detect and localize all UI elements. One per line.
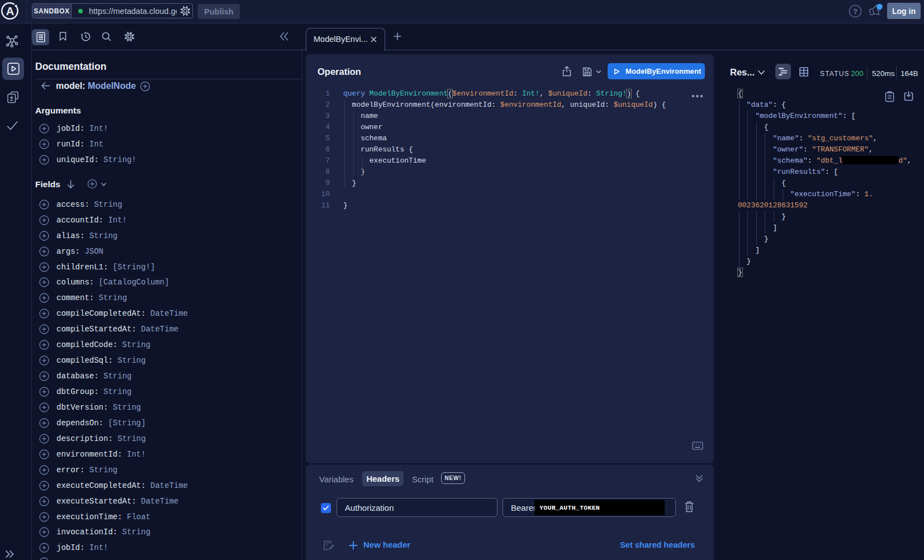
svg-text:A: A xyxy=(6,5,14,17)
svg-text:?: ? xyxy=(853,7,857,16)
